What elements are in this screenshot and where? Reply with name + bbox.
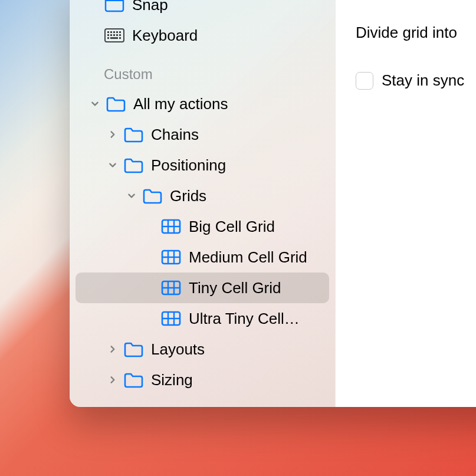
svg-rect-1 — [106, 0, 123, 1]
svg-rect-11 — [116, 34, 118, 36]
svg-rect-5 — [113, 31, 115, 33]
svg-rect-6 — [116, 31, 118, 33]
sidebar-item-positioning[interactable]: Positioning — [75, 150, 329, 180]
svg-rect-12 — [119, 34, 121, 36]
chevron-down-icon[interactable] — [107, 160, 118, 170]
section-header-custom: Custom — [70, 51, 335, 88]
folder-icon — [105, 95, 126, 113]
main-panel: Divide grid into Stay in sync — [335, 0, 476, 407]
sidebar-tree: Snap Keyboard Cu — [70, 0, 335, 395]
stay-in-sync-checkbox[interactable] — [356, 72, 373, 90]
sidebar-item-grids[interactable]: Grids — [75, 180, 329, 211]
svg-rect-4 — [110, 31, 112, 33]
chevron-right-icon[interactable] — [107, 375, 118, 385]
keyboard-icon — [104, 27, 125, 44]
folder-icon — [142, 187, 163, 205]
svg-rect-7 — [119, 31, 121, 33]
sidebar-item-label: Big Cell Grid — [189, 218, 275, 236]
sidebar-item-label: Tiny Cell Grid — [189, 279, 281, 297]
svg-rect-9 — [110, 34, 112, 36]
folder-icon — [123, 126, 144, 143]
sidebar-item-label: Sizing — [151, 371, 193, 389]
stay-in-sync-label: Stay in sync — [382, 71, 464, 90]
sidebar: Snap Keyboard Cu — [70, 0, 335, 407]
folder-icon — [123, 371, 144, 389]
chevron-right-icon[interactable] — [107, 129, 118, 140]
sidebar-item-chains[interactable]: Chains — [75, 119, 329, 150]
grid-icon — [160, 279, 182, 297]
sidebar-item-sizing[interactable]: Sizing — [75, 365, 329, 395]
sidebar-item-label: Layouts — [151, 340, 205, 359]
chevron-down-icon[interactable] — [126, 191, 137, 201]
snap-icon — [104, 0, 125, 14]
svg-rect-8 — [107, 34, 109, 36]
sidebar-item-medium-cell-grid[interactable]: Medium Cell Grid — [75, 242, 329, 273]
stay-in-sync-row: Stay in sync — [356, 71, 476, 90]
svg-rect-10 — [113, 34, 115, 36]
sidebar-item-all-actions[interactable]: All my actions — [75, 88, 329, 119]
folder-icon — [123, 156, 144, 174]
sidebar-item-label: Medium Cell Grid — [189, 248, 307, 267]
chevron-right-icon[interactable] — [107, 344, 118, 354]
sidebar-item-label: All my actions — [133, 95, 228, 113]
grid-icon — [160, 218, 182, 235]
sidebar-item-label: Chains — [151, 126, 199, 144]
sidebar-item-ultra-tiny-cell[interactable]: Ultra Tiny Cell… — [75, 303, 329, 334]
svg-rect-14 — [110, 37, 118, 39]
sidebar-item-keyboard[interactable]: Keyboard — [75, 20, 329, 51]
sidebar-item-tiny-cell-grid[interactable]: Tiny Cell Grid — [75, 273, 329, 303]
sidebar-item-label: Snap — [132, 0, 168, 14]
svg-rect-3 — [107, 31, 109, 33]
sidebar-item-label: Grids — [170, 187, 206, 205]
sidebar-item-label: Positioning — [151, 156, 226, 175]
svg-rect-15 — [119, 37, 121, 39]
sidebar-item-big-cell-grid[interactable]: Big Cell Grid — [75, 211, 329, 242]
grid-icon — [160, 310, 182, 327]
svg-rect-13 — [107, 37, 109, 39]
sidebar-item-layouts[interactable]: Layouts — [75, 334, 329, 365]
sidebar-item-label: Keyboard — [132, 27, 198, 45]
sidebar-item-label: Ultra Tiny Cell… — [189, 310, 300, 328]
chevron-down-icon[interactable] — [90, 99, 100, 109]
preferences-window: Snap Keyboard Cu — [70, 0, 476, 407]
folder-icon — [123, 340, 144, 358]
sidebar-item-snap[interactable]: Snap — [75, 0, 329, 20]
divide-grid-label: Divide grid into — [356, 24, 476, 42]
svg-rect-0 — [106, 0, 123, 11]
grid-icon — [160, 248, 182, 266]
